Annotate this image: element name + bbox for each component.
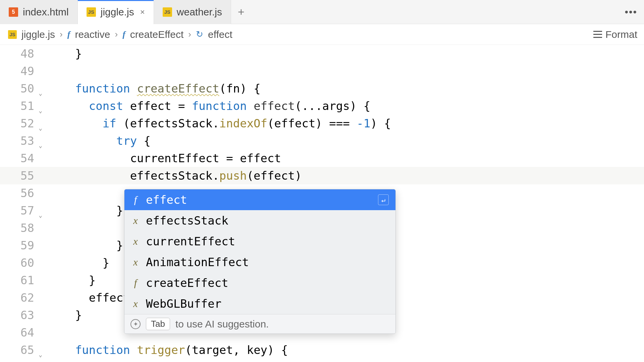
- ai-hint-text: to use AI suggestion.: [175, 318, 269, 330]
- function-icon: f: [67, 29, 70, 40]
- tab-overflow-button[interactable]: •••: [625, 0, 637, 24]
- autocomplete-label: createEffect: [146, 276, 228, 290]
- function-icon: f: [122, 29, 125, 40]
- fold-chevron-icon[interactable]: ⌄: [39, 137, 42, 154]
- line-number: 48: [0, 45, 38, 62]
- tab-label: jiggle.js: [101, 6, 134, 18]
- fold-chevron-icon[interactable]: ⌄: [39, 206, 42, 224]
- line-number: 60: [0, 254, 38, 272]
- code-text: function trigger(target, key) {: [48, 341, 288, 359]
- code-line[interactable]: 53⌄ try {: [0, 132, 644, 149]
- js-file-icon: JS: [163, 7, 172, 17]
- fold-chevron-icon[interactable]: ⌄: [39, 102, 42, 119]
- variable-kind-icon: x: [131, 236, 140, 247]
- autocomplete-item[interactable]: fcreateEffect: [124, 273, 395, 293]
- chevron-right-icon: ›: [60, 29, 63, 40]
- tab-label: weather.js: [177, 6, 222, 18]
- code-line[interactable]: 55 effectsStack.push(effect): [0, 167, 644, 184]
- code-text: const effect = function effect(...args) …: [48, 97, 370, 115]
- code-text: }: [48, 202, 123, 219]
- code-line[interactable]: 49: [0, 62, 644, 80]
- code-text: }: [48, 272, 96, 289]
- code-text: }: [48, 254, 109, 272]
- breadcrumb-file[interactable]: jiggle.js: [21, 29, 55, 40]
- code-text: effectsStack.push(effect): [48, 167, 302, 184]
- line-number: 59: [0, 237, 38, 254]
- format-icon: [593, 31, 602, 38]
- code-line[interactable]: 48 }: [0, 45, 644, 62]
- line-number: 56: [0, 184, 38, 202]
- function-kind-icon: f: [131, 194, 140, 205]
- autocomplete-item[interactable]: xeffectsStack: [124, 210, 395, 231]
- format-button[interactable]: Format: [593, 24, 637, 45]
- tab-weather-js[interactable]: JSweather.js: [154, 0, 231, 24]
- code-text: if (effectsStack.indexOf(effect) === -1)…: [48, 115, 391, 132]
- autocomplete-label: effect: [146, 193, 187, 206]
- tab-bar: 5index.htmlJSjiggle.js×JSweather.js + ••…: [0, 0, 644, 24]
- tab-index-html[interactable]: 5index.html: [0, 0, 78, 24]
- variable-kind-icon: x: [131, 298, 140, 309]
- line-number: 57⌄: [0, 202, 38, 219]
- autocomplete-item[interactable]: feffect↵: [124, 189, 395, 210]
- code-line[interactable]: 50⌄ function createEffect(fn) {: [0, 80, 644, 97]
- js-file-icon: JS: [87, 7, 96, 17]
- code-line[interactable]: 52⌄ if (effectsStack.indexOf(effect) ===…: [0, 115, 644, 132]
- code-text: currentEffect = effect: [48, 149, 281, 167]
- ai-sparkle-icon: ✦: [130, 319, 141, 329]
- autocomplete-popup: feffect↵xeffectsStackxcurrentEffectxAnim…: [124, 189, 396, 334]
- line-number: 50⌄: [0, 80, 38, 97]
- line-number: 64: [0, 324, 38, 341]
- refresh-icon: ↻: [196, 29, 203, 40]
- code-line[interactable]: 54 currentEffect = effect: [0, 149, 644, 167]
- line-number: 52⌄: [0, 115, 38, 132]
- breadcrumb-item[interactable]: createEffect: [130, 29, 184, 40]
- tab-label: index.html: [23, 6, 69, 18]
- js-file-icon: JS: [8, 30, 17, 39]
- autocomplete-label: currentEffect: [146, 235, 235, 248]
- chevron-right-icon: ›: [115, 29, 118, 40]
- code-line[interactable]: 51⌄ const effect = function effect(...ar…: [0, 97, 644, 115]
- autocomplete-label: AnimationEffect: [146, 255, 249, 269]
- code-text: effect: [48, 289, 130, 306]
- new-tab-button[interactable]: +: [231, 0, 251, 24]
- line-number: 61: [0, 272, 38, 289]
- line-number: 54: [0, 149, 38, 167]
- code-text: }: [48, 306, 82, 324]
- tab-key-badge: Tab: [146, 318, 170, 330]
- tab-jiggle-js[interactable]: JSjiggle.js×: [78, 0, 154, 24]
- enter-key-icon: ↵: [378, 194, 389, 205]
- line-number: 62: [0, 289, 38, 306]
- html-file-icon: 5: [9, 7, 18, 17]
- fold-chevron-icon[interactable]: ⌄: [39, 84, 42, 102]
- code-line[interactable]: 65⌄ function trigger(target, key) {: [0, 341, 644, 359]
- code-text: function createEffect(fn) {: [48, 80, 261, 97]
- autocomplete-label: effectsStack: [146, 214, 228, 227]
- line-number: 49: [0, 62, 38, 80]
- line-number: 55: [0, 167, 38, 184]
- variable-kind-icon: x: [131, 215, 140, 226]
- function-kind-icon: f: [131, 277, 140, 289]
- breadcrumb-item[interactable]: effect: [208, 29, 232, 40]
- variable-kind-icon: x: [131, 256, 140, 268]
- code-text: }: [48, 45, 82, 62]
- line-number: 51⌄: [0, 97, 38, 115]
- autocomplete-footer: ✦Tabto use AI suggestion.: [124, 314, 395, 334]
- format-label: Format: [605, 29, 637, 40]
- fold-chevron-icon[interactable]: ⌄: [39, 119, 42, 137]
- autocomplete-item[interactable]: xcurrentEffect: [124, 231, 395, 252]
- line-number: 58: [0, 219, 38, 237]
- line-number: 63: [0, 306, 38, 324]
- line-number: 53⌄: [0, 132, 38, 149]
- autocomplete-item[interactable]: xWebGLBuffer: [124, 293, 395, 314]
- breadcrumb-item[interactable]: reactive: [75, 29, 110, 40]
- autocomplete-item[interactable]: xAnimationEffect: [124, 252, 395, 273]
- code-text: try {: [48, 132, 151, 149]
- breadcrumb: JS jiggle.js ›freactive›fcreateEffect›↻e…: [0, 24, 644, 45]
- autocomplete-label: WebGLBuffer: [146, 297, 221, 310]
- line-number: 65⌄: [0, 341, 38, 359]
- chevron-right-icon: ›: [188, 29, 191, 40]
- close-icon[interactable]: ×: [140, 7, 145, 17]
- code-text: }: [48, 237, 123, 254]
- fold-chevron-icon[interactable]: ⌄: [39, 346, 42, 362]
